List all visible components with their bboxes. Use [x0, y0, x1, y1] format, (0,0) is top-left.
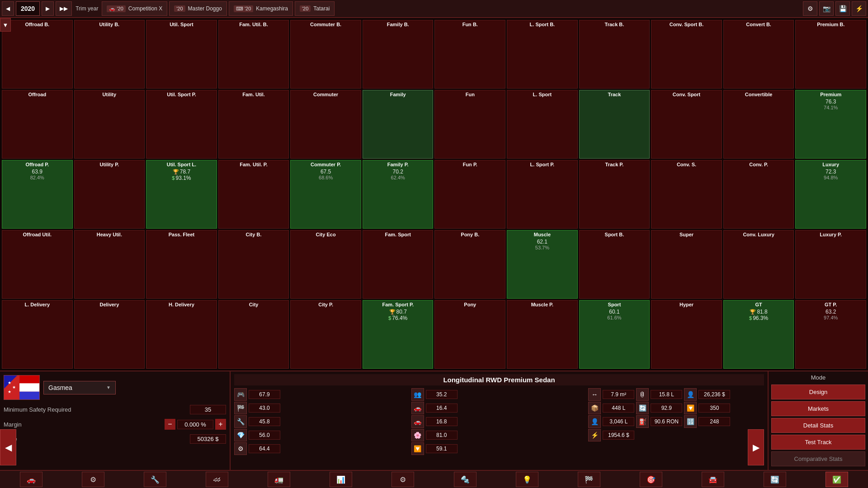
- market-cell[interactable]: Heavy Util.: [74, 230, 145, 299]
- car-slot-1[interactable]: 🚗 '20 Competition X: [102, 1, 167, 16]
- nav-sport[interactable]: 🏎: [206, 472, 228, 487]
- market-cell[interactable]: L. Sport: [507, 90, 578, 159]
- steering-icon: 🎮: [234, 388, 247, 401]
- market-cell[interactable]: Fam. Util.: [218, 90, 289, 159]
- market-cell[interactable]: Family: [363, 90, 434, 159]
- market-cell[interactable]: Utility B.: [74, 20, 145, 89]
- car-slot-4[interactable]: '20 Tatarai: [295, 1, 335, 16]
- nav-target[interactable]: 🎯: [640, 472, 662, 487]
- fast-forward-btn[interactable]: ▶▶: [56, 1, 72, 16]
- market-cell[interactable]: Conv. Sport: [651, 90, 722, 159]
- market-cell[interactable]: Fun P.: [434, 160, 505, 229]
- margin-plus-btn[interactable]: +: [215, 419, 226, 430]
- nav-sedan[interactable]: 🚘: [702, 472, 724, 487]
- market-cell[interactable]: Offroad: [2, 90, 73, 159]
- scroll-btn[interactable]: ▼: [0, 18, 11, 32]
- car-slot-2[interactable]: '20 Master Doggo: [169, 1, 227, 16]
- nav-gear[interactable]: ⚙: [392, 472, 414, 487]
- market-cell[interactable]: Luxury P.: [795, 230, 866, 299]
- market-cell[interactable]: Delivery: [74, 300, 145, 369]
- nav-check[interactable]: ✅: [826, 472, 848, 487]
- market-cell[interactable]: Pass. Fleet: [146, 230, 217, 299]
- market-cell[interactable]: Fun B.: [434, 20, 505, 89]
- cell-title: Sport: [608, 302, 621, 308]
- market-cell[interactable]: GT P.63.297.4%: [795, 300, 866, 369]
- market-cell[interactable]: City Eco: [290, 230, 361, 299]
- car-slot-3[interactable]: ⌨ '20 Kamegashira: [229, 1, 293, 16]
- market-cell[interactable]: Super: [651, 230, 722, 299]
- market-cell[interactable]: Pony: [434, 300, 505, 369]
- market-cell[interactable]: Offroad Util.: [2, 230, 73, 299]
- market-cell[interactable]: Offroad P.63.982.4%: [2, 160, 73, 229]
- market-cell[interactable]: Conv. P.: [723, 160, 794, 229]
- market-cell[interactable]: Utility: [74, 90, 145, 159]
- market-cell[interactable]: Util. Sport P.: [146, 90, 217, 159]
- market-cell[interactable]: Commuter B.: [290, 20, 361, 89]
- prev-year-btn[interactable]: ◀: [2, 1, 14, 16]
- camera-icon[interactable]: 📷: [819, 1, 834, 16]
- market-cell[interactable]: City B.: [218, 230, 289, 299]
- market-cell[interactable]: L. Sport P.: [507, 160, 578, 229]
- market-cell[interactable]: City P.: [290, 300, 361, 369]
- nav-parts[interactable]: 🔩: [454, 472, 476, 487]
- nav-engine[interactable]: ⚙: [82, 472, 104, 487]
- comparative-stats-btn[interactable]: Comparative Stats: [771, 451, 865, 466]
- market-cell[interactable]: Commuter: [290, 90, 361, 159]
- market-cell[interactable]: Fam. Sport: [363, 230, 434, 299]
- settings-icon[interactable]: ⚙: [803, 1, 817, 16]
- markets-btn[interactable]: Markets: [771, 401, 865, 416]
- power-icon[interactable]: ⚡: [852, 1, 866, 16]
- detail-stats-btn[interactable]: Detail Stats: [771, 418, 865, 433]
- market-cell[interactable]: Utility P.: [74, 160, 145, 229]
- market-cell[interactable]: Conv. Sport B.: [651, 20, 722, 89]
- market-cell[interactable]: Commuter P.67.568.6%: [290, 160, 361, 229]
- cell-title: Utility P.: [100, 162, 119, 168]
- nav-car[interactable]: 🚗: [20, 472, 42, 487]
- market-cell[interactable]: Fam. Sport P.🏆80.7$76.4%: [363, 300, 434, 369]
- market-cell[interactable]: Offroad B.: [2, 20, 73, 89]
- nav-tools[interactable]: 🔧: [144, 472, 166, 487]
- market-cell[interactable]: Track: [579, 90, 650, 159]
- market-cell[interactable]: Luxury72.394.8%: [795, 160, 866, 229]
- market-cell[interactable]: Convertible: [723, 90, 794, 159]
- nav-arrow-left[interactable]: ◀: [0, 429, 16, 465]
- nav-truck[interactable]: 🚛: [268, 472, 290, 487]
- market-cell[interactable]: Pony B.: [434, 230, 505, 299]
- market-cell[interactable]: Util. Sport: [146, 20, 217, 89]
- market-cell[interactable]: GT🏆81.8$96.3%: [723, 300, 794, 369]
- market-cell[interactable]: Track P.: [579, 160, 650, 229]
- market-cell[interactable]: Conv. S.: [651, 160, 722, 229]
- market-cell[interactable]: L. Delivery: [2, 300, 73, 369]
- next-year-btn[interactable]: ▶: [42, 1, 54, 16]
- nav-arrow-right[interactable]: ▶: [748, 429, 764, 465]
- market-cell[interactable]: H. Delivery: [146, 300, 217, 369]
- market-cell[interactable]: Muscle62.153.7%: [507, 230, 578, 299]
- market-cell[interactable]: Premium B.: [795, 20, 866, 89]
- market-cell[interactable]: City: [218, 300, 289, 369]
- nav-chart[interactable]: 📊: [330, 472, 352, 487]
- market-cell[interactable]: Family B.: [363, 20, 434, 89]
- save-icon[interactable]: 💾: [835, 1, 850, 16]
- nav-bulb[interactable]: 💡: [516, 472, 538, 487]
- market-cell[interactable]: Muscle P.: [507, 300, 578, 369]
- market-cell[interactable]: Util. Sport L.🏆78.7$93.1%: [146, 160, 217, 229]
- market-cell[interactable]: L. Sport B.: [507, 20, 578, 89]
- market-cell[interactable]: Fun: [434, 90, 505, 159]
- country-select[interactable]: Gasmea ▼: [43, 381, 116, 394]
- nav-race[interactable]: 🏁: [578, 472, 600, 487]
- market-cell[interactable]: Sport60.161.6%: [579, 300, 650, 369]
- engine-icon: ⚙: [234, 442, 247, 455]
- market-cell[interactable]: Convert B.: [723, 20, 794, 89]
- design-btn[interactable]: Design: [771, 385, 865, 399]
- market-cell[interactable]: Fam. Util. B.: [218, 20, 289, 89]
- market-cell[interactable]: Track B.: [579, 20, 650, 89]
- test-track-btn[interactable]: Test Track: [771, 435, 865, 450]
- market-cell[interactable]: Family P.70.262.4%: [363, 160, 434, 229]
- market-cell[interactable]: Fam. Util. P.: [218, 160, 289, 229]
- market-cell[interactable]: Conv. Luxury: [723, 230, 794, 299]
- nav-cycle[interactable]: 🔄: [764, 472, 786, 487]
- market-cell[interactable]: Hyper: [651, 300, 722, 369]
- market-cell[interactable]: Sport B.: [579, 230, 650, 299]
- margin-minus-btn[interactable]: −: [165, 419, 175, 430]
- market-cell[interactable]: Premium76.374.1%: [795, 90, 866, 159]
